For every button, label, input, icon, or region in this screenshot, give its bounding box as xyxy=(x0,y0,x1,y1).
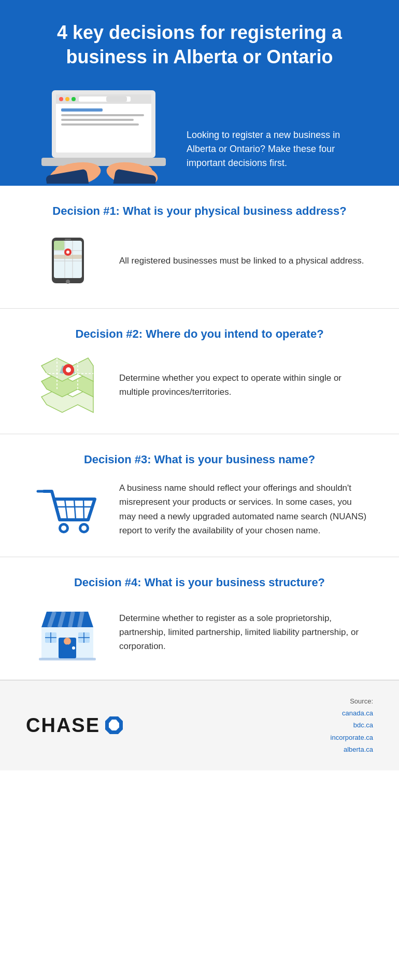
decision-4-heading: Decision #4: What is your business struc… xyxy=(31,576,368,589)
decision-2-content: Determine whether you expect to operate … xyxy=(31,355,368,415)
svg-point-35 xyxy=(66,280,70,284)
decision-2-number: Decision #2: xyxy=(75,327,146,340)
svg-line-48 xyxy=(83,499,84,520)
svg-point-68 xyxy=(64,638,71,645)
source-label: Source: xyxy=(350,697,373,705)
decision-2-question: Where do you intend to operate? xyxy=(146,327,323,340)
decision-3-number: Decision #3: xyxy=(84,453,154,466)
decision-4-question: What is your business structure? xyxy=(145,576,325,589)
source-bdc[interactable]: bdc.ca xyxy=(331,719,373,731)
svg-rect-7 xyxy=(106,96,127,102)
svg-rect-32 xyxy=(54,241,64,250)
header-section: 4 key decisions for registering a busine… xyxy=(0,0,399,186)
svg-rect-12 xyxy=(41,158,166,166)
decision-1-heading: Decision #1: What is your physical busin… xyxy=(31,204,368,218)
decision-1-number: Decision #1: xyxy=(52,204,123,217)
shopping-cart-icon xyxy=(31,481,104,538)
svg-point-5 xyxy=(72,97,76,101)
svg-point-4 xyxy=(65,97,69,101)
chase-logo: CHASE xyxy=(26,714,124,737)
svg-rect-69 xyxy=(39,658,96,660)
svg-rect-36 xyxy=(65,239,71,240)
map-icon xyxy=(31,232,104,289)
svg-rect-8 xyxy=(61,108,103,112)
header-title: 4 key decisions for registering a busine… xyxy=(31,21,368,70)
svg-point-3 xyxy=(59,97,63,101)
svg-point-51 xyxy=(61,526,66,531)
svg-line-46 xyxy=(65,499,67,520)
chase-brand-text: CHASE xyxy=(26,714,100,737)
svg-point-53 xyxy=(81,526,87,531)
source-alberta[interactable]: alberta.ca xyxy=(331,743,373,755)
laptop-illustration xyxy=(31,85,176,186)
decision-4-number: Decision #4: xyxy=(74,576,145,589)
decision-4-text: Determine whether to register as a sole … xyxy=(119,611,368,654)
decision-2-heading: Decision #2: Where do you intend to oper… xyxy=(31,327,368,341)
decision-1-text: All registered businesses must be linked… xyxy=(119,254,368,268)
svg-rect-10 xyxy=(61,119,134,121)
decision-1-question: What is your physical business address? xyxy=(123,204,347,217)
svg-point-61 xyxy=(72,646,75,650)
svg-rect-11 xyxy=(61,123,139,126)
header-body: Looking to register a new business in Al… xyxy=(31,85,368,186)
svg-rect-9 xyxy=(61,114,144,116)
source-incorporate[interactable]: incorporate.ca xyxy=(331,731,373,743)
source-canada[interactable]: canada.ca xyxy=(331,707,373,719)
header-description: Looking to register a new business in Al… xyxy=(176,128,368,186)
decision-4-section: Decision #4: What is your business struc… xyxy=(0,557,399,680)
svg-point-45 xyxy=(66,367,71,372)
decision-1-content: All registered businesses must be linked… xyxy=(31,232,368,289)
decision-3-content: A business name should reflect your offe… xyxy=(31,481,368,538)
footer: CHASE Source: canada.ca bdc.ca incorpora… xyxy=(0,680,399,770)
decision-3-question: What is your business name? xyxy=(154,453,316,466)
svg-point-34 xyxy=(66,251,69,254)
chase-logo-icon xyxy=(104,715,124,735)
decision-2-section: Decision #2: Where do you intend to oper… xyxy=(0,309,399,434)
decision-3-section: Decision #3: What is your business name? xyxy=(0,434,399,557)
footer-sources: Source: canada.ca bdc.ca incorporate.ca … xyxy=(331,695,373,756)
laptop-svg-icon xyxy=(31,85,176,184)
decision-3-text: A business name should reflect your offe… xyxy=(119,481,368,537)
store-icon xyxy=(31,604,104,661)
location-map-icon xyxy=(31,355,104,415)
decision-3-heading: Decision #3: What is your business name? xyxy=(31,453,368,466)
decision-1-section: Decision #1: What is your physical busin… xyxy=(0,186,399,309)
decision-4-content: Determine whether to register as a sole … xyxy=(31,604,368,661)
decision-2-text: Determine whether you expect to operate … xyxy=(119,371,368,399)
svg-line-47 xyxy=(74,499,76,520)
